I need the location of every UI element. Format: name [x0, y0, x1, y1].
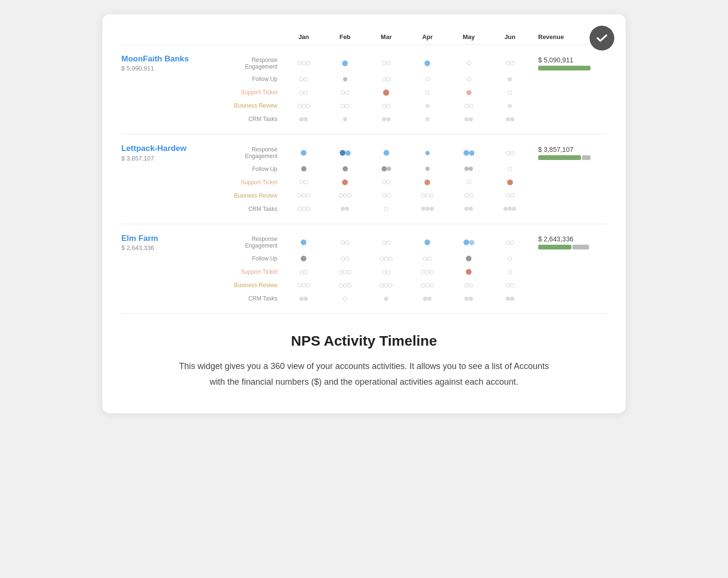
activity-row-business-1: Business Review	[121, 100, 607, 112]
revenue-value-elmfarm: $ 2,643,336	[531, 235, 607, 249]
activity-row-crm-1: CRM Tasks	[121, 113, 607, 125]
label-crm-2: CRM Tasks	[226, 206, 283, 212]
dots-followup-3	[283, 256, 531, 261]
label-business-2: Business Review	[226, 192, 283, 199]
dots-followup-2	[283, 166, 531, 171]
account-block-lettpack: Lettpack-Hardew $ 3,857,107 Response Eng…	[121, 134, 607, 223]
dots-followup-1	[283, 77, 531, 81]
activity-row-support-1: Support Ticket	[121, 86, 607, 99]
label-support-2: Support Ticket	[226, 179, 283, 186]
label-crm-3: CRM Tasks	[226, 295, 283, 302]
account-revenue-moonfaith: $ 5,090,911	[121, 65, 226, 72]
account-revenue-lettpack: $ 3,857,107	[121, 155, 226, 162]
label-engagement-1: Response Engagement	[226, 57, 283, 70]
label-engagement-2: Response Engagement	[226, 146, 283, 159]
month-apr: Apr	[407, 33, 448, 40]
dots-support-3	[283, 269, 531, 275]
activity-row-engagement-2: Lettpack-Hardew $ 3,857,107 Response Eng…	[121, 144, 607, 161]
activity-row-crm-3: CRM Tasks	[121, 292, 607, 305]
dots-engagement-1	[283, 60, 531, 66]
activity-row-support-2: Support Ticket	[121, 176, 607, 189]
account-info-moonfaith: MoonFaith Banks $ 5,090,911	[121, 54, 226, 72]
account-revenue-elmfarm: $ 2,643,336	[121, 244, 226, 251]
dots-engagement-2	[283, 150, 531, 156]
label-support-1: Support Ticket	[226, 89, 283, 96]
activity-row-business-2: Business Review	[121, 189, 607, 202]
dots-crm-1	[283, 117, 531, 121]
months-area-header: Jan Feb Mar Apr May Jun	[283, 33, 531, 40]
label-support-3: Support Ticket	[226, 269, 283, 275]
description-section: NPS Activity Timeline This widget gives …	[121, 333, 607, 389]
month-jun: Jun	[489, 33, 531, 40]
account-name-elmfarm: Elm Farm	[121, 234, 226, 243]
main-card: Jan Feb Mar Apr May Jun Revenue MoonFait…	[102, 14, 626, 413]
account-name-moonfaith: MoonFaith Banks	[121, 54, 226, 64]
dots-support-2	[283, 179, 531, 185]
description-text: This widget gives you a 360 view of your…	[174, 359, 554, 389]
revenue-value-lettpack: $ 3,857,107	[531, 146, 607, 160]
label-crm-1: CRM Tasks	[226, 116, 283, 122]
activity-row-followup-2: Follow Up	[121, 163, 607, 175]
account-block-elmfarm: Elm Farm $ 2,643,336 Response Engagement…	[121, 224, 607, 314]
account-block-moonfaith: MoonFaith Banks $ 5,090,911 Response Eng…	[121, 44, 607, 134]
account-name-lettpack: Lettpack-Hardew	[121, 144, 226, 153]
revenue-value-moonfaith: $ 5,090,911	[531, 56, 607, 70]
activity-row-followup-3: Follow Up	[121, 252, 607, 265]
dots-business-2	[283, 193, 531, 198]
description-title: NPS Activity Timeline	[140, 333, 588, 349]
label-followup-1: Follow Up	[226, 76, 283, 82]
check-icon	[590, 26, 614, 50]
timeline-table: Jan Feb Mar Apr May Jun Revenue MoonFait…	[121, 33, 607, 314]
account-info-lettpack: Lettpack-Hardew $ 3,857,107	[121, 144, 226, 161]
activity-row-support-3: Support Ticket	[121, 266, 607, 278]
month-may: May	[448, 33, 490, 40]
dots-crm-3	[283, 297, 531, 301]
month-feb: Feb	[325, 33, 366, 40]
dots-crm-2	[283, 207, 531, 211]
label-business-3: Business Review	[226, 282, 283, 289]
label-business-1: Business Review	[226, 102, 283, 109]
activity-row-engagement-3: Elm Farm $ 2,643,336 Response Engagement…	[121, 234, 607, 251]
activity-row-followup-1: Follow Up	[121, 73, 607, 85]
dots-business-1	[283, 104, 531, 108]
label-followup-3: Follow Up	[226, 255, 283, 262]
activity-row-engagement-1: MoonFaith Banks $ 5,090,911 Response Eng…	[121, 54, 607, 72]
activity-row-crm-2: CRM Tasks	[121, 203, 607, 215]
dots-business-3	[283, 283, 531, 288]
dots-support-1	[283, 90, 531, 96]
label-followup-2: Follow Up	[226, 166, 283, 172]
account-info-elmfarm: Elm Farm $ 2,643,336	[121, 234, 226, 251]
label-engagement-3: Response Engagement	[226, 236, 283, 249]
header-row: Jan Feb Mar Apr May Jun Revenue	[121, 33, 607, 44]
activity-row-business-3: Business Review	[121, 279, 607, 291]
month-jan: Jan	[283, 33, 325, 40]
month-mar: Mar	[365, 33, 407, 40]
dots-engagement-3	[283, 239, 531, 245]
